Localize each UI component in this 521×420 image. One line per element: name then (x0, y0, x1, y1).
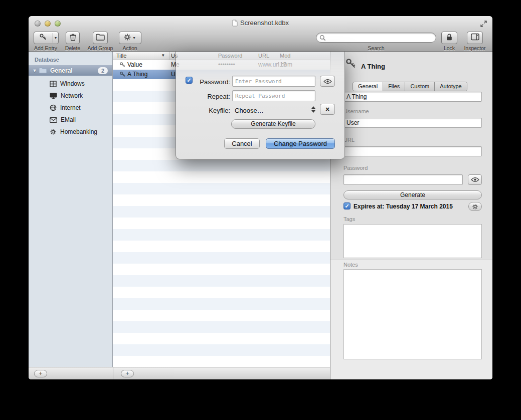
group-sidebar: Database ▾ General 2 Windows Network Int… (29, 52, 113, 367)
entry-title: A Thing (127, 71, 147, 78)
show-password-button[interactable] (468, 174, 482, 185)
gear-icon (472, 203, 478, 210)
change-password-sheet: ✓ Password: Repeat: Keyfile: Choose… × G… (176, 52, 345, 159)
notes-label: Notes (343, 262, 358, 268)
sidebar-item-label: Windows (60, 80, 85, 87)
tab-general[interactable]: General (353, 82, 383, 91)
sidebar-item-label: Network (61, 92, 83, 99)
entry-key-icon (345, 57, 357, 72)
entry-count-badge: 2 (98, 67, 108, 74)
checkmark-icon: ✓ (187, 77, 191, 83)
generate-keyfile-button[interactable]: Generate Keyfile (231, 119, 315, 129)
pane-divider (113, 367, 113, 379)
expiry-presets-button[interactable] (468, 202, 482, 211)
tab-custom[interactable]: Custom (405, 82, 435, 91)
generate-password-button[interactable]: Generate (343, 190, 482, 199)
gear-icon (50, 128, 57, 135)
chevron-down-icon[interactable]: ▾ (53, 36, 58, 40)
search-icon (319, 35, 326, 41)
sidebar-item-homebanking[interactable]: Homebanking (29, 126, 112, 138)
clear-keyfile-button[interactable]: × (320, 104, 335, 115)
add-entry-plus-button[interactable]: + (121, 370, 134, 377)
lock-button[interactable] (441, 32, 457, 44)
sheet-password-label: Password: (193, 78, 230, 86)
bottom-bar: + + (29, 367, 330, 379)
sort-indicator-icon[interactable]: ▾ (162, 53, 164, 58)
column-header-title[interactable]: Title (116, 53, 126, 59)
entry-title: Value (127, 61, 142, 68)
inspector-button[interactable] (467, 32, 483, 44)
stepper-down-icon (311, 110, 315, 113)
tab-files[interactable]: Files (383, 82, 405, 91)
folder-icon (96, 34, 105, 43)
title-field[interactable] (343, 92, 482, 102)
window-title-text: Screenshot.kdbx (240, 19, 289, 27)
sidebar-section-header: Database (35, 57, 59, 63)
add-group-plus-button[interactable]: + (34, 370, 47, 377)
lock-icon (446, 33, 453, 43)
sidebar-item-network[interactable]: Network (29, 90, 112, 102)
sidebar-items: Windows Network Internet EMail Homebanki… (29, 78, 112, 138)
delete-button[interactable] (66, 32, 80, 44)
gear-icon (123, 33, 131, 43)
group-label: General (50, 67, 73, 74)
sheet-keyfile-label: Keyfile: (193, 107, 230, 114)
tab-autotype[interactable]: Autotype (435, 82, 466, 91)
envelope-icon (50, 117, 57, 123)
key-icon (34, 33, 53, 43)
inspector-entry-title: A Thing (361, 63, 385, 70)
tags-label: Tags (343, 216, 355, 222)
notes-field[interactable] (343, 269, 482, 359)
username-label: Username (343, 108, 369, 114)
sidebar-item-email[interactable]: EMail (29, 114, 112, 126)
monitor-icon (50, 92, 57, 99)
sidebar-item-label: Homebanking (60, 128, 97, 135)
sheet-repeat-label: Repeat: (193, 93, 230, 100)
inspector-panel: A Thing General Files Custom Autotype Us… (330, 52, 492, 379)
search-input[interactable] (326, 34, 436, 42)
expires-checkbox[interactable]: ✓ (343, 202, 351, 209)
password-label: Password (343, 165, 368, 171)
sheet-repeat-input[interactable] (232, 90, 315, 101)
tags-field[interactable] (343, 224, 482, 258)
change-password-button[interactable]: Change Password (266, 138, 335, 149)
username-field[interactable] (343, 118, 482, 128)
add-entry-label: Add Entry (34, 45, 57, 51)
eye-icon (323, 79, 332, 84)
close-x-icon: × (325, 105, 329, 113)
key-icon (119, 71, 126, 79)
window-panes-icon (50, 81, 57, 87)
app-window: Screenshot.kdbx ▾ Add Entry Delete A (29, 16, 492, 379)
disclosure-triangle-icon[interactable]: ▾ (31, 68, 39, 73)
sidebar-item-label: Internet (60, 104, 81, 111)
lock-label: Lock (444, 45, 455, 51)
add-group-button[interactable] (93, 32, 108, 44)
search-field[interactable] (316, 33, 436, 43)
password-enable-checkbox[interactable]: ✓ (186, 77, 193, 84)
sheet-show-password-button[interactable] (320, 76, 335, 87)
checkmark-icon: ✓ (344, 203, 349, 209)
add-group-label: Add Group (88, 45, 113, 51)
fullscreen-button[interactable] (480, 20, 487, 30)
password-field[interactable] (343, 174, 463, 185)
delete-label: Delete (65, 45, 80, 51)
window-chrome: Screenshot.kdbx ▾ Add Entry Delete A (29, 16, 492, 52)
add-entry-button[interactable]: ▾ (34, 32, 59, 44)
stepper-up-icon (311, 106, 315, 109)
eye-icon (471, 177, 479, 182)
keyfile-stepper[interactable] (311, 106, 315, 113)
trash-icon (69, 33, 77, 43)
sidebar-item-windows[interactable]: Windows (29, 78, 112, 90)
sheet-password-input[interactable] (232, 76, 315, 87)
sidebar-group-general[interactable]: ▾ General 2 (29, 65, 112, 76)
cancel-button[interactable]: Cancel (224, 138, 260, 149)
column-divider[interactable] (169, 52, 169, 60)
url-field[interactable] (343, 146, 482, 156)
search-label: Search (368, 45, 384, 51)
action-button[interactable]: ▾ (119, 32, 141, 44)
keyfile-popup[interactable]: Choose… (235, 107, 264, 114)
globe-icon (50, 104, 57, 111)
document-icon (232, 20, 238, 27)
sidebar-item-internet[interactable]: Internet (29, 102, 112, 114)
inspector-tabs: General Files Custom Autotype (353, 82, 467, 91)
